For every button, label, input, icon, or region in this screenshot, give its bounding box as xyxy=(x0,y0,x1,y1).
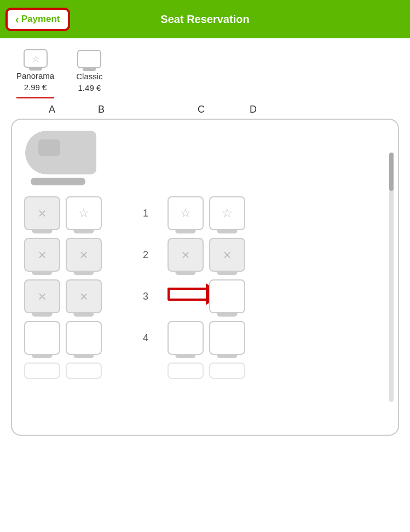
star-icon: ☆ xyxy=(222,206,233,220)
col-C-label: C xyxy=(186,104,216,115)
left-column-headers: A B xyxy=(16,104,126,115)
seat-5A[interactable] xyxy=(24,363,60,379)
seat-4D[interactable] xyxy=(209,321,245,355)
back-label: Payment xyxy=(21,14,60,25)
seat-2D[interactable]: × xyxy=(209,238,245,272)
taken-icon: × xyxy=(79,289,88,303)
header: ‹ Payment Seat Reservation xyxy=(0,0,410,38)
panorama-tab-label: Panorama xyxy=(16,71,54,80)
row-number-2: 2 xyxy=(129,249,162,261)
seat-4A[interactable] xyxy=(24,321,60,355)
taken-icon: × xyxy=(223,248,231,262)
row5-left-seats xyxy=(20,363,129,379)
seat-2C[interactable]: × xyxy=(168,238,204,272)
seat-row-1: × ☆ 1 ☆ ☆ xyxy=(20,196,390,230)
row2-right-seats: × × xyxy=(162,238,272,272)
row3-right-seats xyxy=(162,279,272,313)
star-icon: ☆ xyxy=(78,206,89,220)
row1-left-seats: × ☆ xyxy=(20,196,129,230)
arrow-body xyxy=(168,288,206,301)
taken-icon: × xyxy=(181,248,189,262)
seat-3B[interactable]: × xyxy=(66,279,102,313)
page-title: Seat Reservation xyxy=(160,13,249,26)
tab-classic[interactable]: Classic 1.49 € xyxy=(76,49,102,98)
seat-2B[interactable]: × xyxy=(66,238,102,272)
seat-1B[interactable]: ☆ xyxy=(66,196,102,230)
back-chevron-icon: ‹ xyxy=(15,13,19,26)
seat-1D[interactable]: ☆ xyxy=(209,196,245,230)
taken-icon: × xyxy=(38,206,46,220)
row-number-1: 1 xyxy=(129,208,162,219)
train-car: × ☆ 1 ☆ ☆ × xyxy=(11,119,399,436)
col-D-label: D xyxy=(238,104,268,115)
classic-tab-label: Classic xyxy=(76,72,102,81)
seat-2A[interactable]: × xyxy=(24,238,60,272)
row1-right-seats: ☆ ☆ xyxy=(162,196,272,230)
seat-5C[interactable] xyxy=(168,363,204,379)
classic-tab-price: 1.49 € xyxy=(78,83,101,92)
train-locomotive xyxy=(20,125,390,191)
seat-row-2: × × 2 × × xyxy=(20,238,390,272)
seat-4B[interactable] xyxy=(66,321,102,355)
seat-1A[interactable]: × xyxy=(24,196,60,230)
seat-row-4: 4 xyxy=(20,321,390,355)
classic-seat-icon xyxy=(76,49,102,69)
row2-left-seats: × × xyxy=(20,238,129,272)
seat-rows: × ☆ 1 ☆ ☆ × xyxy=(20,196,390,379)
tab-panorama[interactable]: ☆ Panorama 2.99 € xyxy=(16,48,54,98)
seat-3A[interactable]: × xyxy=(24,279,60,313)
taken-icon: × xyxy=(38,289,46,303)
row-number-4: 4 xyxy=(129,332,162,344)
back-button[interactable]: ‹ Payment xyxy=(7,9,69,30)
panorama-seat-icon: ☆ xyxy=(22,48,49,69)
row4-left-seats xyxy=(20,321,129,355)
star-icon: ☆ xyxy=(180,206,191,220)
col-A-label: A xyxy=(37,104,67,115)
seat-4C[interactable] xyxy=(168,321,204,355)
scrollbar-thumb[interactable] xyxy=(389,153,394,191)
panorama-star-icon: ☆ xyxy=(32,54,39,64)
seat-5D[interactable] xyxy=(209,363,245,379)
row5-right-seats xyxy=(162,363,272,379)
row-number-3: 3 xyxy=(129,291,162,302)
seat-1C[interactable]: ☆ xyxy=(168,196,204,230)
col-B-label: B xyxy=(86,104,117,115)
taken-icon: × xyxy=(79,248,88,262)
column-headers: A B C D xyxy=(0,98,410,119)
seat-3D[interactable] xyxy=(209,279,245,313)
panorama-tab-price: 2.99 € xyxy=(24,83,47,92)
taken-icon: × xyxy=(38,248,46,262)
seat-type-tabs: ☆ Panorama 2.99 € Classic 1.49 € xyxy=(0,38,410,98)
seat-5B[interactable] xyxy=(66,363,102,379)
row4-right-seats xyxy=(162,321,272,355)
row3-left-seats: × × xyxy=(20,279,129,313)
seat-row-5 xyxy=(20,363,390,379)
seat-row-3: × × 3 xyxy=(20,279,390,313)
right-column-headers: C D xyxy=(170,104,279,115)
